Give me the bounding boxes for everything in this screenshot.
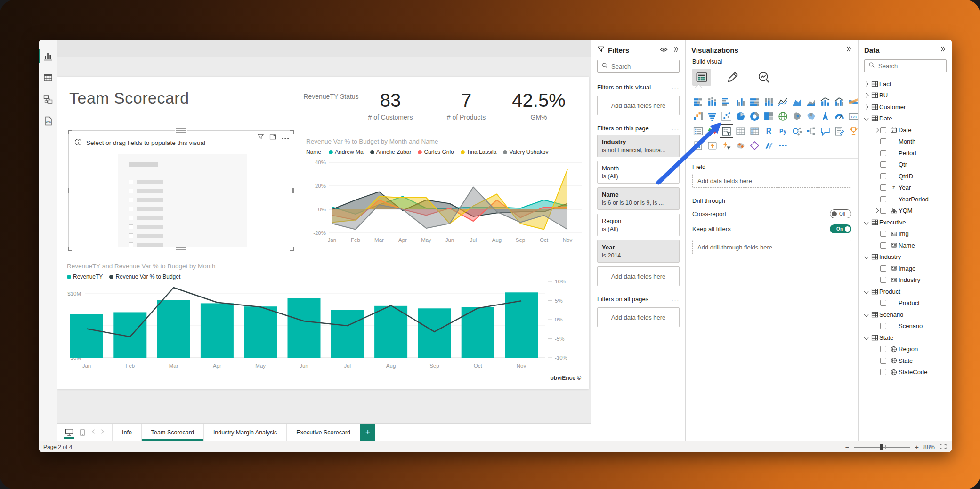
- zoom-in-icon[interactable]: +: [915, 443, 919, 451]
- keep-all-filters-toggle[interactable]: On: [830, 224, 851, 233]
- filters-search[interactable]: [597, 60, 680, 73]
- viz-icon-scatter-chart[interactable]: [721, 111, 732, 122]
- viz-icon-get-more-visuals[interactable]: [777, 140, 789, 152]
- field-checkbox[interactable]: [880, 184, 886, 191]
- data-search[interactable]: [864, 59, 947, 72]
- add-data-fields-box[interactable]: Add data fields here: [597, 266, 680, 286]
- field-checkbox[interactable]: [880, 150, 886, 156]
- expand-icon[interactable]: [862, 94, 870, 97]
- rail-table-view-icon[interactable]: [39, 67, 57, 88]
- field-checkbox[interactable]: [880, 208, 886, 214]
- viz-icon-filled-map[interactable]: [791, 111, 803, 122]
- expand-icon[interactable]: [873, 209, 880, 212]
- legend-item[interactable]: Andrew Ma: [329, 149, 364, 155]
- field-fact[interactable]: Fact: [859, 78, 952, 90]
- field-name[interactable]: Name: [859, 240, 952, 251]
- page-tab-industry-margin-analysis[interactable]: Industry Margin Analysis: [204, 424, 287, 441]
- viz-icon-r-script-visual[interactable]: R: [763, 125, 775, 137]
- selection-handle[interactable]: [68, 188, 69, 193]
- viz-icon-goals-visual[interactable]: [763, 140, 775, 152]
- viz-icon-area-chart[interactable]: [791, 96, 803, 108]
- field-date[interactable]: Date: [859, 124, 952, 136]
- field-qtrid[interactable]: QtrID: [859, 170, 952, 182]
- expand-icon[interactable]: [862, 255, 870, 258]
- viz-icon-stacked-column-chart[interactable]: [706, 96, 718, 108]
- filter-card-month[interactable]: Month is (All): [597, 161, 680, 184]
- cross-report-toggle[interactable]: Off: [830, 209, 851, 218]
- viz-icon-matrix[interactable]: [749, 125, 761, 137]
- filter-icon[interactable]: [257, 133, 264, 142]
- viz-icon-line-and-stacked-column-chart[interactable]: [819, 96, 831, 108]
- viz-icon-power-apps-visual[interactable]: [706, 140, 718, 152]
- field-checkbox[interactable]: [880, 300, 886, 306]
- field-scenario[interactable]: Scenario: [859, 321, 952, 332]
- viz-icon-kpi[interactable]: [706, 125, 718, 137]
- viz-icon-stacked-area-chart[interactable]: [805, 96, 817, 108]
- collapse-pane-icon[interactable]: [845, 46, 852, 54]
- legend-item[interactable]: Tina Lassila: [461, 149, 497, 155]
- selection-handle[interactable]: [290, 130, 294, 134]
- combo-chart-visual[interactable]: RevenueTY and Revenue Var % to Budget by…: [57, 263, 590, 376]
- expand-icon[interactable]: [862, 313, 870, 316]
- viz-icon-azure-map[interactable]: [819, 111, 831, 122]
- viz-icon-decomposition-tree[interactable]: [805, 125, 817, 137]
- field-executive[interactable]: Executive: [859, 216, 952, 228]
- filter-card-region[interactable]: Region is (All): [597, 214, 680, 236]
- line-area-chart-visual[interactable]: Revenue Var % to Budget by Month and Nam…: [306, 138, 585, 249]
- field-add-box[interactable]: Add data fields here: [692, 174, 851, 188]
- field-scenario[interactable]: Scenario: [859, 309, 952, 321]
- field-qtr[interactable]: Qtr: [859, 159, 952, 171]
- selection-handle[interactable]: [68, 130, 72, 134]
- eye-icon[interactable]: [660, 46, 668, 55]
- viz-icon-arcgis-maps[interactable]: [735, 140, 746, 152]
- viz-icon-clustered-column-chart[interactable]: [735, 96, 746, 108]
- viz-icon-key-influencers[interactable]: [791, 125, 803, 137]
- viz-icon-shape-map[interactable]: [805, 111, 817, 122]
- field-checkbox[interactable]: [880, 369, 886, 375]
- viz-icon-q-and-a[interactable]: [819, 125, 831, 137]
- legend-item[interactable]: Carlos Grilo: [418, 149, 454, 155]
- rail-dax-query-view-icon[interactable]: DAX: [39, 110, 57, 132]
- expand-icon[interactable]: [873, 128, 880, 132]
- filter-card-year[interactable]: Year is 2014: [597, 240, 680, 263]
- legend-item[interactable]: RevenueTY: [67, 273, 103, 280]
- prev-page-icon[interactable]: [91, 429, 96, 436]
- more-options-icon[interactable]: ...: [672, 296, 680, 303]
- expand-icon[interactable]: [862, 82, 870, 86]
- add-data-fields-box[interactable]: Add data fields here: [597, 96, 680, 115]
- more-options-icon[interactable]: ...: [672, 125, 680, 132]
- selection-handle[interactable]: [68, 247, 72, 251]
- viz-icon-table[interactable]: [735, 125, 746, 137]
- expand-icon[interactable]: [862, 221, 870, 224]
- field-bu[interactable]: BU: [859, 90, 952, 102]
- page-tab-team-scorecard[interactable]: Team Scorecard: [142, 424, 204, 441]
- field-customer[interactable]: Customer: [859, 101, 952, 113]
- tab-format-visual[interactable]: [723, 69, 742, 86]
- field-checkbox[interactable]: [880, 277, 886, 283]
- field-checkbox[interactable]: [880, 358, 886, 364]
- field-region[interactable]: Region: [859, 344, 952, 355]
- field-checkbox[interactable]: [880, 196, 886, 202]
- legend-item[interactable]: Revenue Var % to Budget: [109, 273, 180, 280]
- field-checkbox[interactable]: [880, 346, 886, 352]
- tab-analytics[interactable]: [754, 69, 773, 86]
- field-state[interactable]: State: [859, 332, 952, 344]
- collapse-pane-icon[interactable]: [940, 46, 947, 54]
- expand-icon[interactable]: [862, 290, 870, 293]
- field-industry[interactable]: Industry: [859, 251, 952, 263]
- viz-icon-gauge[interactable]: [834, 111, 845, 122]
- field-product[interactable]: Product: [859, 286, 952, 297]
- viz-icon-map[interactable]: [777, 111, 789, 122]
- field-checkbox[interactable]: [880, 127, 886, 133]
- new-page-button[interactable]: +: [360, 424, 375, 441]
- rail-report-view-icon[interactable]: [39, 45, 57, 67]
- field-date[interactable]: Date: [859, 113, 952, 125]
- search-input[interactable]: [611, 63, 675, 70]
- viz-icon-treemap[interactable]: [763, 111, 775, 122]
- drag-handle-icon[interactable]: [175, 127, 187, 135]
- tab-build-visual[interactable]: [692, 69, 711, 86]
- more-options-icon[interactable]: ...: [672, 84, 680, 91]
- page-tab-info[interactable]: Info: [112, 424, 142, 441]
- search-input[interactable]: [878, 63, 942, 70]
- zoom-slider[interactable]: [854, 447, 910, 448]
